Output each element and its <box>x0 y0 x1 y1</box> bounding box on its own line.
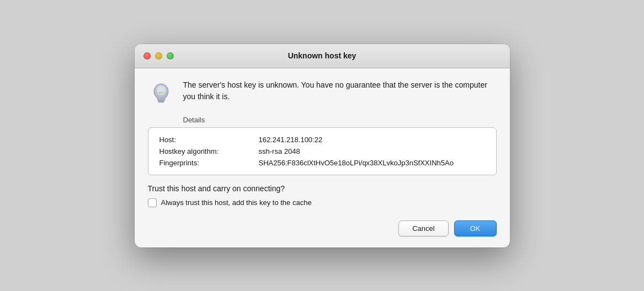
titlebar: Unknown host key <box>135 44 510 68</box>
ok-button[interactable]: OK <box>454 220 497 236</box>
top-section: The server's host key is unknown. You ha… <box>148 79 497 107</box>
algorithm-row: Hostkey algorithm: ssh-rsa 2048 <box>159 147 485 155</box>
algorithm-value: ssh-rsa 2048 <box>259 147 300 155</box>
always-trust-checkbox[interactable] <box>148 198 157 207</box>
host-label: Host: <box>159 136 259 144</box>
close-button[interactable] <box>143 52 151 60</box>
dialog-body: The server's host key is unknown. You ha… <box>135 68 510 247</box>
always-trust-label: Always trust this host, add this key to … <box>161 198 312 207</box>
fingerprints-value: SHA256:F836clXtHvO5e18oLPi/qx38XLvkoJp3n… <box>259 159 454 167</box>
unknown-host-key-dialog: Unknown host key <box>135 44 510 247</box>
fingerprints-label: Fingerprints: <box>159 159 259 167</box>
traffic-lights <box>143 52 174 60</box>
host-value: 162.241.218.100:22 <box>259 136 323 144</box>
always-trust-row: Always trust this host, add this key to … <box>148 198 497 207</box>
algorithm-label: Hostkey algorithm: <box>159 147 259 155</box>
button-row: Cancel OK <box>148 218 497 236</box>
trust-question: Trust this host and carry on connecting? <box>148 184 497 193</box>
maximize-button[interactable] <box>167 52 174 60</box>
minimize-button[interactable] <box>155 52 162 60</box>
svg-rect-4 <box>158 101 164 103</box>
host-row: Host: 162.241.218.100:22 <box>159 136 485 144</box>
details-box: Host: 162.241.218.100:22 Hostkey algorit… <box>148 127 497 175</box>
warning-text: The server's host key is unknown. You ha… <box>183 79 497 103</box>
dialog-title: Unknown host key <box>288 51 356 60</box>
details-label: Details <box>183 116 497 124</box>
svg-point-1 <box>157 86 166 95</box>
fingerprints-row: Fingerprints: SHA256:F836clXtHvO5e18oLPi… <box>159 159 485 167</box>
lightbulb-icon <box>148 80 174 107</box>
cancel-button[interactable]: Cancel <box>398 220 448 236</box>
